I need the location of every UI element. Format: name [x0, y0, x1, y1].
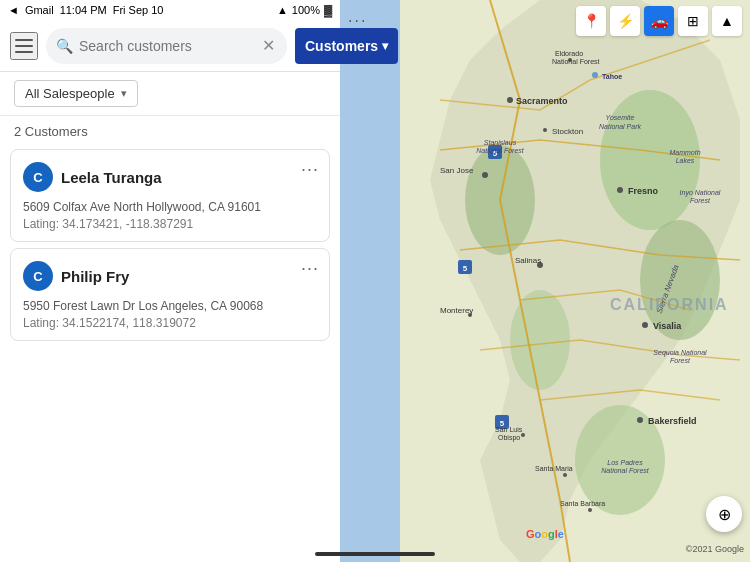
my-location-button[interactable]: ⊕ [706, 496, 742, 532]
svg-text:Sacramento: Sacramento [516, 96, 568, 106]
svg-text:Yosemite: Yosemite [606, 114, 635, 121]
svg-point-21 [617, 187, 623, 193]
svg-text:San Jose: San Jose [440, 166, 474, 175]
back-arrow-icon: ◄ [8, 4, 19, 16]
svg-point-53 [592, 72, 598, 78]
svg-point-27 [563, 473, 567, 477]
wifi-icon: ▲ [277, 4, 288, 16]
svg-point-45 [543, 128, 547, 132]
customer-lating-0: Lating: 34.173421, -118.387291 [23, 217, 317, 231]
customers-button[interactable]: Customers ▾ [295, 28, 398, 64]
layers-button[interactable]: ⊞ [678, 6, 708, 36]
svg-text:Lakes: Lakes [676, 157, 695, 164]
customer-address-1: 5950 Forest Lawn Dr Los Angeles, CA 9006… [23, 299, 317, 313]
nav-indicator [315, 552, 435, 556]
hamburger-menu-button[interactable] [10, 32, 38, 60]
chevron-down-icon: ▾ [382, 39, 388, 53]
top-bar: 🔍 ✕ Customers ▾ [0, 20, 340, 72]
hamburger-line-1 [15, 39, 33, 41]
battery-icon: ▓ [324, 4, 332, 16]
search-input[interactable] [79, 38, 254, 54]
customer-count: 2 Customers [0, 116, 340, 143]
filter-bar: All Salespeople ▾ [0, 72, 340, 116]
svg-text:Mammoth: Mammoth [669, 149, 700, 156]
svg-text:Fresno: Fresno [628, 186, 659, 196]
svg-point-47 [521, 433, 525, 437]
battery-level: 100% [292, 4, 320, 16]
status-right: ▲ 100% ▓ [277, 4, 332, 16]
map-svg: 5 5 5 Sacramento San Jose Salinas Monter… [340, 0, 750, 562]
status-time: 11:04 PM [60, 4, 107, 16]
customer-name-1: Philip Fry [61, 268, 129, 285]
customer-list: 2 Customers C Leela Turanga 5609 Colfax … [0, 116, 340, 562]
customer-more-button-1[interactable]: ··· [301, 259, 319, 277]
customer-lating-1: Lating: 34.1522174, 118.319072 [23, 316, 317, 330]
svg-text:Visalia: Visalia [653, 321, 682, 331]
svg-point-25 [637, 417, 643, 423]
svg-text:San Luis: San Luis [495, 426, 523, 433]
svg-text:Eldorado: Eldorado [555, 50, 583, 57]
svg-text:5: 5 [463, 264, 468, 273]
svg-text:Forest: Forest [670, 357, 691, 364]
svg-text:Stanislaus: Stanislaus [484, 139, 517, 146]
map-icon-buttons: 📍 ⚡ 🚗 ⊞ ▲ [576, 6, 742, 36]
map-copyright: ©2021 Google [686, 544, 744, 554]
status-bar: ◄ Gmail 11:04 PM Fri Sep 10 ▲ 100% ▓ [0, 0, 340, 20]
svg-text:CALIFORNIA: CALIFORNIA [610, 296, 729, 313]
svg-point-4 [510, 290, 570, 390]
hamburger-line-3 [15, 51, 33, 53]
customer-header-1: C Philip Fry [23, 261, 317, 291]
avatar-1: C [23, 261, 53, 291]
svg-point-23 [642, 322, 648, 328]
map-top-bar: ··· 📍 ⚡ 🚗 ⊞ ▲ [340, 6, 750, 36]
bluetooth-button[interactable]: ⚡ [610, 6, 640, 36]
svg-text:Salinas: Salinas [515, 256, 541, 265]
customer-address-0: 5609 Colfax Ave North Hollywood, CA 9160… [23, 200, 317, 214]
svg-point-29 [588, 508, 592, 512]
svg-text:Bakersfield: Bakersfield [648, 416, 697, 426]
salesperson-arrow-icon: ▾ [121, 87, 127, 100]
salesperson-label: All Salespeople [25, 86, 115, 101]
customer-header-0: C Leela Turanga [23, 162, 317, 192]
svg-point-13 [507, 97, 513, 103]
avatar-0: C [23, 162, 53, 192]
map-background[interactable]: 5 5 5 Sacramento San Jose Salinas Monter… [340, 0, 750, 562]
customers-button-label: Customers [305, 38, 378, 54]
svg-text:Santa Maria: Santa Maria [535, 465, 573, 472]
svg-text:Forest: Forest [690, 197, 711, 204]
svg-text:Stockton: Stockton [552, 127, 583, 136]
svg-text:National Park: National Park [599, 123, 642, 130]
app-name: Gmail [25, 4, 54, 16]
svg-text:Sequoia National: Sequoia National [653, 349, 707, 357]
search-box[interactable]: 🔍 ✕ [46, 28, 287, 64]
terrain-button[interactable]: ▲ [712, 6, 742, 36]
svg-point-15 [482, 172, 488, 178]
search-icon: 🔍 [56, 38, 73, 54]
status-date: Fri Sep 10 [113, 4, 164, 16]
svg-text:Los Padres: Los Padres [607, 459, 643, 466]
map-area: 5 5 5 Sacramento San Jose Salinas Monter… [340, 0, 750, 562]
location-crosshair-icon: ⊕ [718, 505, 731, 524]
google-logo: Google [526, 528, 564, 540]
customer-name-0: Leela Turanga [61, 169, 162, 186]
svg-text:National Forest: National Forest [601, 467, 650, 474]
svg-text:Monterey: Monterey [440, 306, 473, 315]
salesperson-select[interactable]: All Salespeople ▾ [14, 80, 138, 107]
svg-text:Obispo: Obispo [498, 434, 520, 442]
svg-text:National Forest: National Forest [476, 147, 525, 154]
location-pin-button[interactable]: 📍 [576, 6, 606, 36]
svg-text:Inyo National: Inyo National [680, 189, 721, 197]
customer-card-0[interactable]: C Leela Turanga 5609 Colfax Ave North Ho… [10, 149, 330, 242]
customer-card-1[interactable]: C Philip Fry 5950 Forest Lawn Dr Los Ang… [10, 248, 330, 341]
hamburger-line-2 [15, 45, 33, 47]
customer-more-button-0[interactable]: ··· [301, 160, 319, 178]
svg-text:Santa Barbara: Santa Barbara [560, 500, 605, 507]
svg-text:Tahoe: Tahoe [602, 73, 622, 80]
car-navigation-button[interactable]: 🚗 [644, 6, 674, 36]
svg-text:National Forest: National Forest [552, 58, 600, 65]
status-left: ◄ Gmail 11:04 PM Fri Sep 10 [8, 4, 163, 16]
clear-search-button[interactable]: ✕ [260, 36, 277, 56]
